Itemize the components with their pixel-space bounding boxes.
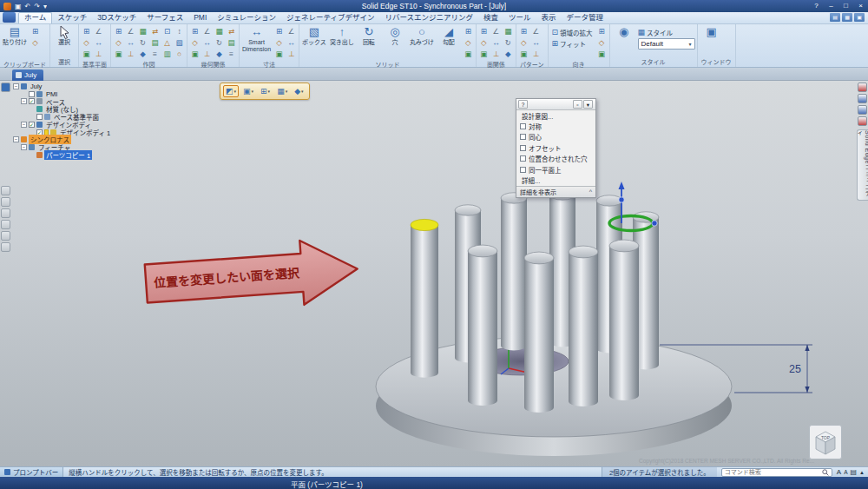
plane-knob[interactable] (652, 221, 657, 226)
cylinder-top-face[interactable] (468, 245, 497, 257)
tree-item-July[interactable]: −July (12, 83, 186, 90)
option-オフセット[interactable]: オフセット (516, 142, 595, 153)
tree-item-パーツコピー 1[interactable]: パーツコピー 1 (12, 151, 186, 159)
hole-button[interactable]: ◎穴 (383, 25, 407, 46)
tab-サーフェス[interactable]: サーフェス (141, 12, 188, 23)
dock-icon[interactable] (858, 105, 867, 115)
style-dropdown[interactable]: Default▾ (638, 38, 695, 50)
tab-ジェネレーティブデザイン[interactable]: ジェネレーティブデザイン (281, 12, 380, 23)
ribbon-tool-icon[interactable]: ⊥ (286, 49, 297, 59)
ribbon-tool-icon[interactable]: ▤ (149, 37, 161, 48)
minimize-ribbon-icon[interactable]: ▣ (854, 13, 865, 22)
dock-panel-icon[interactable] (1, 186, 10, 195)
live-rules-button[interactable]: ⊞▾ (258, 85, 273, 97)
tab-ホーム[interactable]: ホーム (18, 12, 52, 23)
face-style-button[interactable]: ◉ (612, 25, 636, 39)
option-位置合わせされた穴[interactable]: 位置合わせされた穴 (516, 154, 595, 164)
tree-item-ベース[interactable]: −✓ベース (12, 98, 186, 106)
ribbon-tool-icon[interactable]: ≡ (226, 49, 237, 59)
collapse-prompt-icon[interactable]: ▲ (859, 470, 865, 475)
prompt-bar-button[interactable]: プロンプトバー (0, 467, 63, 477)
pathfinder-tab-icon[interactable] (1, 83, 10, 92)
expander-icon[interactable]: − (21, 98, 27, 104)
option-設計意図...[interactable]: 設計意図... (516, 110, 595, 121)
maximize-button[interactable]: □ (838, 1, 853, 11)
dock-icon[interactable] (858, 94, 867, 103)
cylinder[interactable] (524, 252, 554, 413)
ribbon-tool-icon[interactable]: ⊞ (518, 26, 529, 36)
paste-button[interactable]: ▤貼り付け (2, 25, 28, 46)
ribbon-tool-icon[interactable]: ▦ (214, 26, 225, 36)
ribbon-tool-icon[interactable]: ↕ (174, 26, 185, 36)
app-logo-icon[interactable] (3, 3, 11, 10)
ribbon-tool-icon[interactable]: ⊥ (530, 49, 542, 59)
ribbon-tool-icon[interactable]: ∠ (286, 26, 297, 36)
ribbon-tool-icon[interactable]: ∠ (201, 26, 213, 36)
text-size-small-icon[interactable]: A (844, 469, 847, 475)
option-詳細...[interactable]: 詳細... (516, 175, 595, 185)
cylinder-top-face[interactable] (524, 252, 554, 264)
expander-icon[interactable]: − (21, 122, 27, 128)
ribbon-tool-icon[interactable]: ◇ (463, 37, 474, 48)
draft-button[interactable]: ◢勾配 (437, 25, 461, 46)
window-button[interactable]: ▣ (700, 25, 724, 39)
zoom-area-button[interactable]: ⊡領域の拡大 (550, 27, 595, 37)
ribbon-tool-icon[interactable]: ⊞ (113, 26, 124, 36)
tab-ツール[interactable]: ツール (503, 12, 536, 23)
ribbon-tool-icon[interactable]: ∠ (530, 26, 542, 36)
dock-icon[interactable] (858, 116, 867, 126)
ribbon-tool-icon[interactable]: ▣ (81, 49, 92, 59)
selection-mode-button[interactable]: ◩▾ (223, 85, 239, 97)
tab-スケッチ[interactable]: スケッチ (52, 12, 92, 23)
help-button[interactable]: ? (809, 1, 824, 11)
cylinder[interactable] (468, 245, 497, 406)
close-button[interactable]: × (853, 1, 868, 11)
ribbon-tool-icon[interactable]: ▣ (113, 49, 124, 59)
ribbon-tool-icon[interactable]: ⊥ (490, 49, 502, 59)
ribbon-tool-icon[interactable]: ◆ (137, 49, 148, 59)
checkbox[interactable] (520, 155, 526, 162)
ribbon-tool-icon[interactable]: ○ (174, 49, 185, 59)
ribbon-tool-icon[interactable]: ⊞ (463, 26, 474, 36)
tab-シミュレーション[interactable]: シミュレーション (212, 12, 281, 23)
more-options-button[interactable]: ◆▾ (292, 85, 306, 97)
ribbon-tool-icon[interactable]: ◇ (30, 37, 41, 48)
tree-checkbox[interactable]: ✓ (29, 98, 35, 104)
tree-item-PMI[interactable]: PMI (12, 90, 186, 98)
ribbon-tool-icon[interactable]: ↔ (125, 37, 136, 48)
cylinder-top-face[interactable] (455, 205, 481, 215)
ribbon-tool-icon[interactable]: ↻ (214, 37, 225, 48)
ribbon-tool-icon[interactable]: ▥ (161, 49, 173, 59)
undo-icon[interactable]: ↶ (25, 3, 31, 10)
ribbon-tool-icon[interactable]: △ (161, 37, 173, 48)
tab-データ管理[interactable]: データ管理 (562, 12, 609, 23)
revolve-button[interactable]: ↻回転 (357, 25, 381, 46)
command-search-input[interactable] (725, 469, 820, 475)
command-search[interactable] (721, 468, 832, 477)
ribbon-tool-icon[interactable]: ▣ (463, 49, 474, 59)
tree-checkbox[interactable]: ✓ (29, 122, 35, 128)
ribbon-tool-icon[interactable]: ↔ (286, 37, 297, 48)
ribbon-tool-icon[interactable]: ◆ (503, 49, 514, 59)
ribbon-tool-icon[interactable]: ⇄ (149, 26, 161, 36)
ribbon-tool-icon[interactable]: ↔ (530, 37, 542, 48)
ribbon-tool-icon[interactable]: ⊞ (478, 26, 490, 36)
ribbon-tool-icon[interactable]: ◇ (478, 37, 490, 48)
ribbon-tool-icon[interactable]: ⇄ (226, 26, 237, 36)
ribbon-tool-icon[interactable]: ▤ (226, 37, 237, 48)
tree-item-フィーチャ[interactable]: −フィーチャ (12, 143, 186, 151)
ribbon-tool-icon[interactable]: ▦ (503, 26, 514, 36)
ribbon-tool-icon[interactable]: ⊥ (201, 49, 213, 59)
help-button[interactable]: ? (518, 100, 528, 109)
expander-icon[interactable]: − (13, 136, 19, 142)
ribbon-tool-icon[interactable]: ⊞ (81, 26, 92, 36)
tree-checkbox[interactable] (36, 114, 43, 120)
extrude-button[interactable]: ↑突き出し (329, 25, 355, 46)
option-対称[interactable]: 対称 (516, 121, 595, 131)
selected-cylinder-top-face[interactable] (411, 219, 438, 230)
round-button[interactable]: ○丸みづけ (409, 25, 435, 46)
ribbon-tool-icon[interactable]: ◇ (81, 37, 92, 48)
ribbon-tool-icon[interactable]: ◇ (596, 37, 608, 48)
tab-検査[interactable]: 検査 (478, 12, 503, 23)
ribbon-tool-icon[interactable]: ◆ (214, 49, 225, 59)
